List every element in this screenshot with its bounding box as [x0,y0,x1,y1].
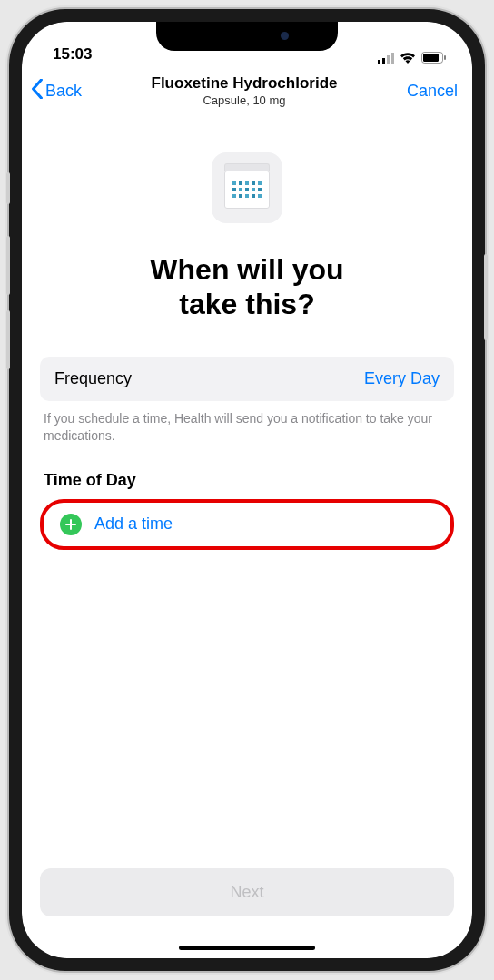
next-button[interactable]: Next [40,868,454,916]
helper-text: If you schedule a time, Health will send… [40,410,454,446]
back-label: Back [45,82,82,101]
nav-title: Fluoxetine Hydrochloride Capsule, 10 mg [82,74,407,107]
frequency-label: Frequency [54,369,132,388]
cellular-signal-icon [378,53,394,64]
medication-icon [40,152,454,223]
battery-icon [421,52,447,64]
back-button[interactable]: Back [31,79,82,103]
home-indicator[interactable] [179,946,315,950]
add-time-button[interactable]: Add a time [40,499,454,550]
volume-up-button [6,236,10,295]
device-notch [156,22,338,51]
status-time: 15:03 [53,45,92,64]
svg-rect-5 [423,54,439,62]
frequency-value: Every Day [364,369,440,388]
time-of-day-header: Time of Day [40,471,454,490]
navigation-bar: Back Fluoxetine Hydrochloride Capsule, 1… [22,67,472,118]
plus-icon [60,514,82,535]
chevron-left-icon [31,79,44,103]
svg-rect-2 [387,55,390,64]
power-button [484,254,488,340]
page-heading: When will you take this? [40,252,454,322]
svg-rect-3 [391,53,394,64]
mute-switch [6,172,10,204]
medication-detail: Capsule, 10 mg [82,93,407,107]
svg-rect-0 [378,60,380,64]
add-time-label: Add a time [94,514,173,534]
svg-rect-6 [444,55,446,60]
svg-rect-1 [382,58,385,64]
frequency-row[interactable]: Frequency Every Day [40,357,454,401]
wifi-icon [400,52,416,64]
volume-down-button [6,310,10,369]
cancel-button[interactable]: Cancel [407,82,458,101]
medication-name: Fluoxetine Hydrochloride [82,74,407,93]
phone-frame: 15:03 Ba [9,9,485,971]
